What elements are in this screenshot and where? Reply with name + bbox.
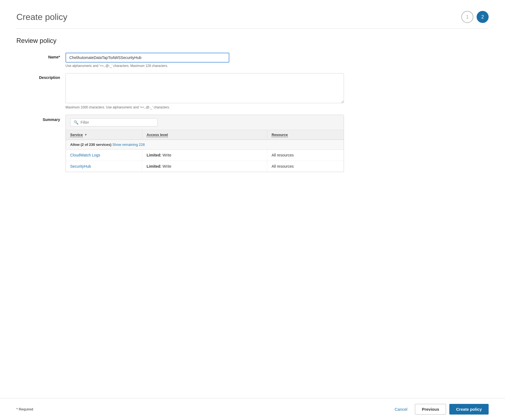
search-icon: 🔍	[74, 120, 78, 125]
table-row: SecurityHub Limited: Write All resources	[66, 161, 344, 172]
previous-button[interactable]: Previous	[415, 404, 446, 415]
description-textarea[interactable]	[66, 73, 344, 103]
section-title: Review policy	[16, 37, 489, 45]
sort-arrow-icon: ▼	[84, 133, 87, 136]
securityhub-link[interactable]: SecurityHub	[70, 164, 91, 168]
filter-bar: 🔍	[66, 115, 344, 130]
form-section: Name* Use alphanumeric and '+=,.@-_' cha…	[16, 53, 344, 172]
access-bold-2: Limited:	[147, 164, 161, 168]
name-hint: Use alphanumeric and '+=,.@-_' character…	[66, 64, 344, 68]
access-rest-1: Write	[161, 153, 171, 157]
summary-table: 🔍 Service ▼ Access level Resource	[66, 115, 344, 172]
cancel-button[interactable]: Cancel	[390, 404, 412, 414]
cloudwatch-logs-link[interactable]: CloudWatch Logs	[70, 153, 100, 157]
allow-text: Allow (2 of 230 services)	[70, 143, 111, 147]
service-cell-2: SecurityHub	[66, 161, 142, 172]
step-2: 2	[477, 11, 489, 23]
description-row: Description Maximum 1000 characters. Use…	[16, 73, 344, 109]
resource-cell-1: All resources	[267, 150, 344, 161]
step-1: 1	[461, 11, 473, 23]
column-access-label: Access level	[147, 133, 168, 137]
service-cell-1: CloudWatch Logs	[66, 150, 142, 161]
page-header: Create policy 1 2	[16, 11, 489, 23]
name-field: Use alphanumeric and '+=,.@-_' character…	[66, 53, 344, 68]
header-divider	[16, 28, 489, 29]
page-title: Create policy	[16, 12, 67, 22]
access-cell-1: Limited: Write	[142, 150, 267, 161]
description-label: Description	[16, 73, 66, 80]
access-cell-2: Limited: Write	[142, 161, 267, 172]
name-input[interactable]	[66, 53, 229, 63]
filter-input[interactable]	[81, 120, 154, 125]
table-header: Service ▼ Access level Resource	[66, 130, 344, 140]
footer: * Required Cancel Previous Create policy	[0, 398, 505, 420]
column-service-label: Service	[70, 133, 83, 137]
footer-buttons: Cancel Previous Create policy	[390, 404, 489, 415]
description-hint: Maximum 1000 characters. Use alphanumeri…	[66, 105, 344, 109]
summary-row: Summary 🔍 Service ▼ Access le	[16, 115, 344, 172]
create-policy-button[interactable]: Create policy	[449, 404, 489, 415]
allow-summary-row: Allow (2 of 230 services) Show remaining…	[66, 140, 344, 150]
column-resource-label: Resource	[272, 133, 288, 137]
name-row: Name* Use alphanumeric and '+=,.@-_' cha…	[16, 53, 344, 68]
description-field: Maximum 1000 characters. Use alphanumeri…	[66, 73, 344, 109]
table-row: CloudWatch Logs Limited: Write All resou…	[66, 150, 344, 161]
filter-input-wrapper[interactable]: 🔍	[70, 118, 158, 126]
access-bold-1: Limited:	[147, 153, 161, 157]
column-access-level: Access level	[142, 130, 267, 140]
steps-indicator: 1 2	[461, 11, 489, 23]
required-note: * Required	[16, 407, 33, 411]
column-resource: Resource	[267, 130, 344, 140]
summary-label: Summary	[16, 115, 66, 122]
access-rest-2: Write	[161, 164, 171, 168]
resource-cell-2: All resources	[267, 161, 344, 172]
column-service[interactable]: Service ▼	[66, 130, 142, 140]
show-remaining-link[interactable]: Show remaining 228	[112, 143, 145, 147]
name-label: Name*	[16, 53, 66, 59]
